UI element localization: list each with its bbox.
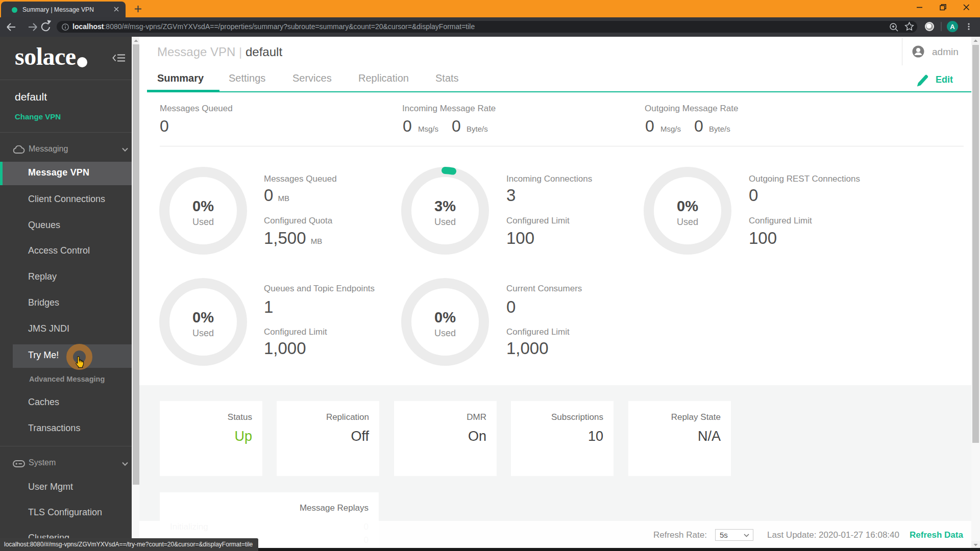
svg-text:A: A (950, 23, 955, 31)
